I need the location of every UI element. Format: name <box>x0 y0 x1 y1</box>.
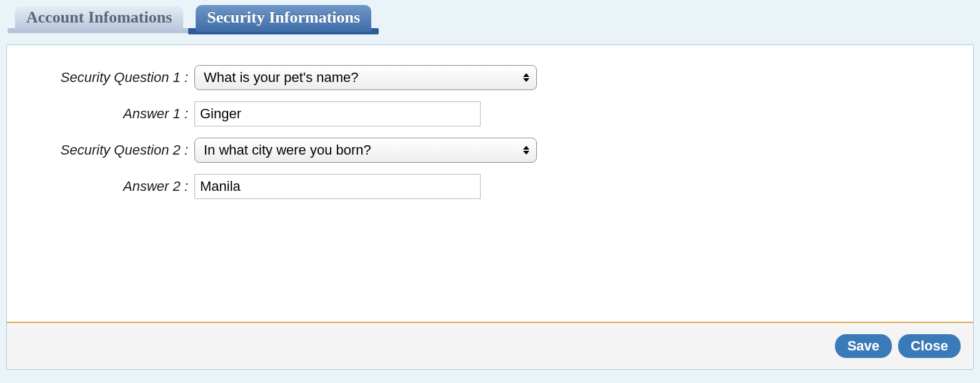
row-security-question-1: Security Question 1 : What is your pet's… <box>7 65 973 90</box>
select-value: What is your pet's name? <box>204 69 359 86</box>
select-security-question-1[interactable]: What is your pet's name? <box>194 65 537 90</box>
close-button[interactable]: Close <box>898 334 961 358</box>
panel-footer: Save Close <box>7 322 973 369</box>
input-answer-1[interactable] <box>194 101 481 126</box>
label-security-question-1: Security Question 1 : <box>7 69 194 86</box>
tab-label: Security Informations <box>207 8 360 26</box>
select-security-question-2[interactable]: In what city were you born? <box>194 138 537 163</box>
label-security-question-2: Security Question 2 : <box>7 142 194 158</box>
save-button[interactable]: Save <box>835 334 892 358</box>
tab-panel-security: Security Question 1 : What is your pet's… <box>6 44 974 370</box>
row-security-question-2: Security Question 2 : In what city were … <box>7 138 973 163</box>
select-value: In what city were you born? <box>204 142 371 158</box>
row-answer-2: Answer 2 : <box>7 174 973 199</box>
input-answer-2[interactable] <box>194 174 481 199</box>
tab-bar: Account Infomations Security Information… <box>6 5 974 32</box>
form-body: Security Question 1 : What is your pet's… <box>7 45 973 322</box>
tab-account-informations[interactable]: Account Infomations <box>15 5 183 32</box>
tab-label: Account Infomations <box>26 8 172 26</box>
label-answer-1: Answer 1 : <box>7 106 194 122</box>
row-answer-1: Answer 1 : <box>7 101 973 126</box>
label-answer-2: Answer 2 : <box>7 178 194 195</box>
tab-security-informations[interactable]: Security Informations <box>196 5 371 32</box>
